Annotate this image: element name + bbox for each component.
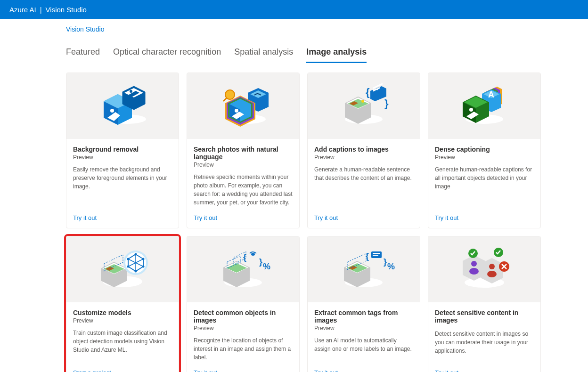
card-sub: Preview: [73, 154, 172, 161]
svg-point-62: [127, 258, 130, 260]
brand-sep: |: [40, 6, 42, 14]
svg-point-61: [127, 266, 130, 268]
card-illustration: [66, 73, 179, 139]
card-desc: Detect sensitive content in images so yo…: [435, 330, 534, 362]
card-title: Search photos with natural language: [194, 146, 293, 161]
svg-text:%: %: [263, 262, 270, 271]
tab-bar: Featured Optical character recognition S…: [66, 47, 522, 63]
card-illustration: A: [428, 73, 540, 139]
svg-text:}: }: [384, 97, 389, 109]
card-title: Background removal: [73, 146, 172, 153]
bg-removal-icon: [90, 82, 155, 129]
search-photos-icon: [210, 82, 276, 129]
dense-caption-icon: A: [451, 82, 517, 129]
svg-text:}: }: [259, 257, 262, 267]
svg-point-58: [142, 258, 145, 260]
brand-label: Azure AI: [9, 6, 36, 14]
svg-point-5: [110, 109, 114, 113]
tab-spatial[interactable]: Spatial analysis: [234, 47, 293, 63]
try-it-out-link[interactable]: Try it out: [73, 214, 172, 221]
card-extract-tags[interactable]: { } % Extract common tags from images Pr…: [307, 236, 420, 372]
card-sub: Preview: [194, 325, 293, 332]
try-it-out-link[interactable]: Try it out: [194, 214, 293, 221]
card-customize-models[interactable]: Customize models Preview Train custom im…: [66, 236, 179, 372]
try-it-out-link[interactable]: Try it out: [435, 214, 534, 221]
card-desc: Generate a human-readable sentence that …: [314, 165, 413, 207]
start-project-link[interactable]: Start a project: [73, 369, 172, 372]
card-desc: Recognize the location of objects of int…: [194, 336, 293, 362]
tab-ocr[interactable]: Optical character recognition: [113, 47, 221, 63]
card-sub: Preview: [314, 154, 413, 161]
svg-point-57: [135, 253, 137, 256]
svg-point-27: [361, 100, 364, 103]
card-background-removal[interactable]: Background removal Preview Easily remove…: [66, 73, 179, 228]
svg-text:}: }: [384, 257, 387, 267]
card-desc: Use an AI model to automatically assign …: [314, 336, 413, 362]
main-container: Vision Studio Featured Optical character…: [0, 19, 588, 372]
card-title: Detect sensitive content in images: [435, 309, 534, 324]
svg-text:%: %: [387, 262, 395, 271]
card-illustration: [66, 236, 179, 302]
svg-point-60: [135, 270, 137, 273]
card-search-photos[interactable]: Search photos with natural language Prev…: [187, 73, 300, 228]
svg-point-88: [469, 268, 479, 275]
card-illustration: { } %: [308, 236, 420, 302]
card-illustration: [428, 236, 540, 302]
card-title: Extract common tags from images: [314, 309, 413, 324]
svg-text:A: A: [488, 90, 494, 99]
svg-point-72: [251, 253, 255, 256]
card-sub: Preview: [194, 162, 293, 168]
captions-icon: { }: [331, 82, 397, 129]
card-sub: Preview: [314, 325, 413, 332]
svg-point-43: [469, 108, 473, 112]
card-add-captions[interactable]: { } Add captions to images Preview Gener…: [307, 73, 420, 228]
card-title: Dense captioning: [435, 146, 534, 153]
detect-objects-icon: { } %: [210, 246, 276, 293]
svg-text:{: {: [366, 86, 370, 98]
svg-rect-82: [373, 255, 378, 256]
sensitive-content-icon: [451, 246, 517, 293]
customize-models-icon: [90, 246, 155, 293]
product-label: Vision Studio: [46, 6, 87, 14]
card-grid: Background removal Preview Easily remove…: [66, 73, 522, 372]
card-dense-captioning[interactable]: A Dense captioning Preview Generate huma…: [428, 73, 541, 228]
svg-point-91: [487, 271, 497, 277]
svg-text:{: {: [243, 252, 246, 262]
tab-image-analysis[interactable]: Image analysis: [306, 47, 367, 63]
svg-point-87: [471, 261, 477, 267]
svg-point-59: [142, 266, 145, 268]
try-it-out-link[interactable]: Try it out: [314, 369, 413, 372]
card-title: Add captions to images: [314, 146, 413, 153]
card-sub: Preview: [73, 317, 172, 324]
card-sensitive-content[interactable]: Detect sensitive content in images Detec…: [428, 236, 541, 372]
card-illustration: { } %: [187, 236, 299, 302]
svg-point-19: [235, 109, 238, 113]
card-sub: Preview: [435, 154, 534, 161]
extract-tags-icon: { } %: [331, 246, 397, 293]
app-header: Azure AI | Vision Studio: [0, 0, 588, 19]
breadcrumb[interactable]: Vision Studio: [66, 25, 522, 33]
svg-text:{: {: [366, 251, 369, 261]
tab-featured[interactable]: Featured: [66, 47, 100, 63]
svg-point-9: [130, 90, 132, 93]
try-it-out-link[interactable]: Try it out: [194, 369, 293, 372]
card-detect-objects[interactable]: { } % Detect common objects in images Pr…: [187, 236, 300, 372]
card-desc: Easily remove the background and preserv…: [73, 165, 172, 207]
card-title: Detect common objects in images: [194, 309, 293, 324]
try-it-out-link[interactable]: Try it out: [314, 214, 413, 221]
card-illustration: [187, 73, 299, 139]
card-illustration: { }: [308, 73, 420, 139]
card-title: Customize models: [73, 309, 172, 316]
try-it-out-link[interactable]: Try it out: [435, 369, 534, 372]
card-desc: Retrieve specific moments within your ph…: [194, 173, 293, 207]
svg-line-21: [223, 98, 227, 101]
card-desc: Generate human-readable captions for all…: [435, 165, 534, 207]
svg-point-90: [489, 264, 495, 269]
svg-rect-81: [373, 253, 380, 254]
card-desc: Train custom image classification and ob…: [73, 329, 172, 362]
